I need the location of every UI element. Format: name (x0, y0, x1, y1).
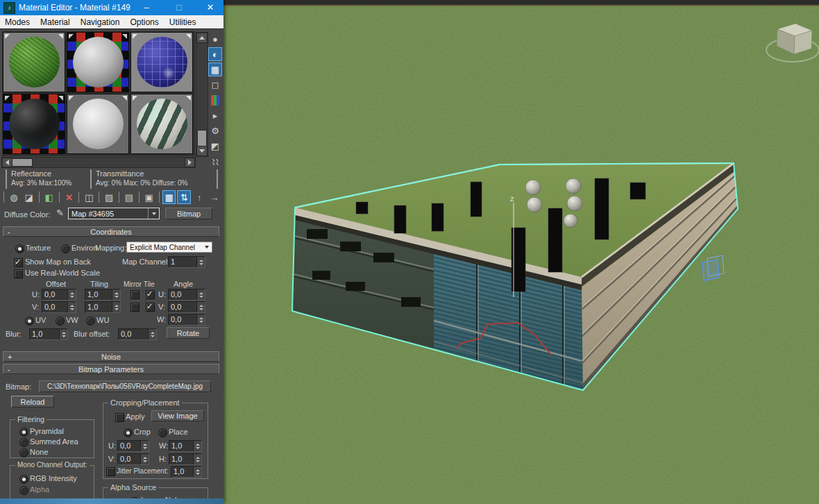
wu-radio[interactable] (86, 317, 95, 326)
blur-offset-field[interactable]: 0,0 (118, 328, 157, 340)
rollout-noise[interactable]: + Noise (3, 351, 219, 362)
rollout-bitmap-parameters[interactable]: - Bitmap Parameters (3, 364, 219, 374)
slots-horizontal-scrollbar[interactable] (1, 157, 196, 168)
maximize-button[interactable]: □ (170, 0, 188, 15)
spinner[interactable] (67, 302, 76, 312)
crop-h-field[interactable]: 1,0 (169, 453, 202, 465)
u-tile-checkbox[interactable] (146, 290, 155, 299)
make-unique-icon[interactable]: ▨ (102, 190, 116, 204)
material-sample-slot[interactable] (67, 94, 129, 154)
spinner[interactable] (112, 302, 120, 312)
sample-palette-icon[interactable]: ∷ (209, 156, 223, 169)
scroll-down-button[interactable] (196, 146, 208, 156)
rgb-intensity-radio[interactable] (19, 475, 28, 484)
angle-u-field[interactable]: 0,0 (168, 289, 205, 301)
u-tiling-field[interactable]: 1,0 (85, 289, 121, 301)
map-name-dropdown[interactable]: Map #34695 (68, 208, 160, 219)
summed-area-radio[interactable] (19, 438, 28, 447)
material-sample-slot[interactable] (3, 32, 65, 92)
chevron-down-icon[interactable] (201, 242, 212, 252)
background-icon[interactable]: ▦ (208, 62, 222, 76)
menu-modes[interactable]: Modes (5, 17, 30, 27)
get-material-icon[interactable]: ◍ (7, 190, 21, 204)
mapping-dropdown[interactable]: Explicit Map Channel (126, 242, 212, 253)
material-sample-slot[interactable] (130, 32, 193, 92)
blur-field[interactable]: 1,0 (29, 328, 68, 340)
select-by-material-icon[interactable]: ◩ (208, 139, 222, 153)
menu-material[interactable]: Material (40, 17, 70, 27)
make-preview-icon[interactable]: ▸ (208, 108, 222, 122)
rollout-state-icon[interactable]: - (8, 227, 10, 237)
crop-w-field[interactable]: 1,0 (169, 440, 202, 452)
map-channel-field[interactable]: 1 (168, 256, 205, 268)
spinner[interactable] (196, 314, 205, 325)
backlight-icon[interactable]: ◐ (208, 47, 222, 61)
texture-radio[interactable] (15, 244, 24, 253)
rollout-state-icon[interactable]: + (8, 352, 12, 362)
spinner[interactable] (196, 289, 205, 300)
alpha-radio[interactable] (19, 486, 28, 495)
u-offset-field[interactable]: 0,0 (42, 289, 76, 301)
color-picker-icon[interactable]: ✎ (54, 207, 66, 219)
uv-radio[interactable] (25, 317, 34, 326)
video-color-check-icon[interactable]: ▥ (208, 93, 222, 107)
vw-radio[interactable] (56, 317, 65, 326)
spinner[interactable] (112, 289, 120, 300)
sample-type-icon[interactable]: ● (208, 32, 222, 46)
show-shaded-material-in-viewport-icon[interactable]: ▦ (162, 190, 176, 204)
menu-options[interactable]: Options (130, 17, 158, 27)
reload-button[interactable]: Reload (11, 396, 54, 408)
scrollbar-thumb[interactable] (197, 130, 207, 146)
go-forward-to-sibling-icon[interactable]: → (208, 190, 221, 204)
scrollbar-thumb[interactable] (12, 158, 33, 167)
angle-v-field[interactable]: 0,0 (168, 301, 205, 313)
make-material-copy-icon[interactable]: ◫ (82, 190, 96, 204)
menu-navigation[interactable]: Navigation (81, 17, 120, 27)
crop-u-field[interactable]: 0,0 (117, 440, 149, 452)
rollout-state-icon[interactable]: - (8, 364, 10, 374)
rotate-button[interactable]: Rotate (167, 327, 210, 339)
v-tiling-field[interactable]: 1,0 (85, 301, 121, 313)
bitmap-path-button[interactable]: C:\3D\Технопарк\Полы056VRayCompleteMap.j… (39, 380, 211, 392)
spinner[interactable] (193, 454, 201, 464)
show-end-result-icon[interactable]: ⇅ (177, 190, 191, 204)
scroll-right-button[interactable] (185, 158, 195, 167)
v-offset-field[interactable]: 0,0 (42, 301, 76, 313)
material-id-channel-icon[interactable]: ▣ (142, 190, 156, 204)
scroll-up-button[interactable] (196, 33, 208, 43)
v-tile-checkbox[interactable] (146, 303, 155, 312)
assign-material-to-selection-icon[interactable]: ◧ (42, 190, 56, 204)
none-radio[interactable] (19, 448, 28, 457)
jitter-placement-field[interactable]: 1,0 (171, 466, 202, 478)
v-mirror-checkbox[interactable] (130, 303, 140, 312)
go-to-parent-icon[interactable]: ↑ (192, 190, 206, 204)
crop-v-field[interactable]: 0,0 (117, 453, 149, 465)
map-type-button[interactable]: Bitmap (165, 208, 212, 219)
place-radio[interactable] (158, 428, 167, 437)
spinner[interactable] (148, 329, 156, 339)
minimize-button[interactable]: – (137, 0, 155, 15)
put-to-library-icon[interactable]: ▤ (122, 190, 136, 204)
spinner[interactable] (140, 454, 149, 464)
slots-vertical-scrollbar[interactable] (196, 32, 208, 157)
jitter-placement-checkbox[interactable] (106, 467, 115, 476)
spinner[interactable] (196, 302, 205, 312)
close-button[interactable]: ✕ (201, 0, 219, 15)
viewport-canvas[interactable]: Z (223, 0, 819, 504)
sample-uv-tiling-icon[interactable]: ◻ (208, 78, 222, 92)
view-image-button[interactable]: View Image (151, 410, 204, 421)
spinner[interactable] (67, 289, 76, 300)
scroll-left-button[interactable] (2, 158, 12, 167)
material-sample-slot[interactable] (67, 32, 129, 92)
menu-utilities[interactable]: Utilities (169, 17, 196, 27)
apply-checkbox[interactable] (115, 413, 124, 422)
put-material-to-scene-icon[interactable]: ◪ (22, 190, 36, 204)
use-real-world-scale-checkbox[interactable] (14, 269, 23, 278)
spinner[interactable] (59, 329, 67, 339)
spinner[interactable] (193, 441, 201, 451)
rollout-coordinates[interactable]: - Coordinates (3, 226, 219, 237)
spinner[interactable] (193, 467, 201, 477)
spinner[interactable] (140, 441, 149, 451)
pyramidal-radio[interactable] (19, 428, 28, 437)
crop-radio[interactable] (124, 428, 133, 437)
